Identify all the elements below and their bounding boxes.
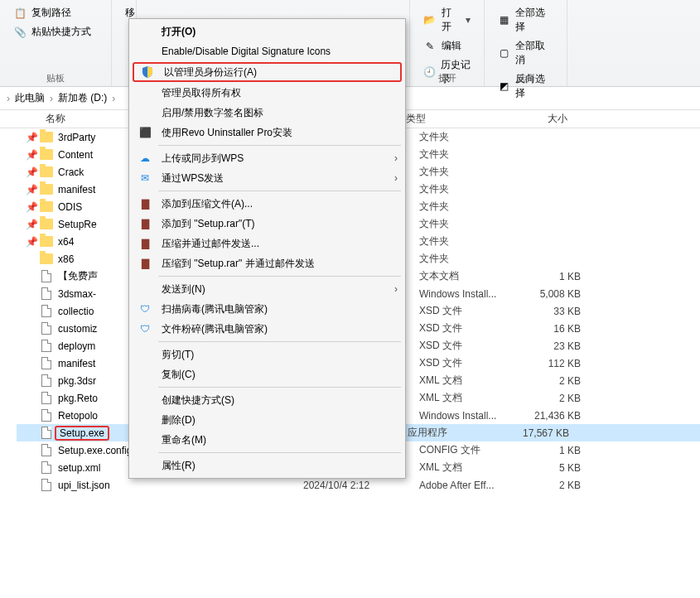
ctx-properties-label: 属性(R) [162, 459, 398, 473]
cloud-icon: ☁ [137, 152, 153, 164]
send-icon: ✉ [137, 172, 153, 184]
file-type: CONFIG 文件 [419, 443, 514, 457]
file-type: 文本文档 [419, 269, 514, 283]
ctx-open[interactable]: 打开(O) [132, 22, 403, 41]
folder-icon [38, 253, 55, 264]
ctx-compress-setup-email[interactable]: ▇压缩到 "Setup.rar" 并通过邮件发送 [132, 253, 403, 273]
ctx-send-to-label: 发送到(N) [162, 282, 386, 297]
file-row[interactable]: upi_list.json2024/10/4 2:12Adobe After E… [17, 476, 700, 494]
ctx-file-shred[interactable]: 🛡文件粉碎(腾讯电脑管家) [132, 319, 403, 339]
folder-icon [38, 132, 55, 142]
ctx-create-shortcut[interactable]: 创建快捷方式(S) [132, 390, 403, 410]
select-all-label: 全部选择 [515, 6, 553, 34]
archive-icon: ▇ [137, 258, 153, 269]
select-all-icon: ▦ [498, 13, 510, 27]
column-size-header[interactable]: 大小 [501, 112, 567, 126]
ctx-run-as-admin[interactable]: 以管理员身份运行(A) [133, 62, 402, 82]
file-type: XSD 文件 [419, 356, 514, 370]
file-type: 应用程序 [408, 426, 503, 440]
ctx-cut[interactable]: 剪切(T) [132, 345, 403, 364]
folder-icon [38, 184, 55, 195]
ctx-copy[interactable]: 复制(C) [132, 364, 403, 384]
column-type-header[interactable]: 类型 [406, 112, 501, 126]
file-icon [38, 444, 55, 456]
ctx-separator [158, 452, 401, 453]
breadcrumb-drive[interactable]: 新加卷 (D:) [58, 91, 107, 105]
paste-shortcut-icon: 📎 [13, 26, 27, 39]
pin-icon: 📌 [25, 132, 38, 143]
ctx-cut-label: 剪切(T) [162, 348, 398, 362]
revo-icon: ⬛ [137, 127, 153, 138]
open-label: 打开 [442, 6, 461, 34]
file-icon [38, 392, 55, 404]
file-size: 112 KB [514, 358, 581, 369]
folder-icon [38, 219, 55, 229]
file-size: 33 KB [514, 306, 581, 317]
ctx-add-setup-rar[interactable]: ▇添加到 "Setup.rar"(T) [132, 214, 403, 234]
ctx-send-to[interactable]: 发送到(N)› [132, 279, 403, 299]
ctx-compress-email-label: 压缩并通过邮件发送... [162, 237, 398, 251]
file-size: 23 KB [514, 340, 581, 352]
file-type: 文件夹 [419, 182, 514, 196]
paste-shortcut-button[interactable]: 📎粘贴快捷方式 [8, 22, 103, 41]
ctx-separator [158, 276, 401, 277]
chevron-right-icon: › [394, 283, 398, 295]
file-name: Setup.exe [55, 426, 109, 441]
file-date: 2024/10/4 2:12 [303, 480, 419, 491]
file-icon [38, 409, 55, 422]
ctx-create-shortcut-label: 创建快捷方式(S) [162, 393, 398, 408]
shield-scan-icon: 🛡 [137, 303, 153, 315]
file-type: XML 文档 [419, 374, 514, 388]
file-type: 文件夹 [419, 252, 514, 266]
file-icon [38, 340, 55, 352]
select-none-button[interactable]: ▢全部取消 [493, 36, 558, 70]
copy-path-icon: 📋 [13, 7, 27, 20]
file-size: 16 KB [514, 323, 581, 335]
ctx-compress-email[interactable]: ▇压缩并通过邮件发送... [132, 234, 403, 253]
ctx-file-shred-label: 文件粉碎(腾讯电脑管家) [162, 322, 398, 336]
chevron-right-icon: › [7, 93, 10, 104]
file-icon [38, 270, 55, 282]
ctx-upload-wps[interactable]: ☁上传或同步到WPS› [132, 148, 403, 168]
breadcrumb-pc[interactable]: 此电脑 [15, 91, 45, 105]
file-icon [38, 427, 55, 439]
ctx-revo[interactable]: ⬛使用Revo Uninstaller Pro安装 [132, 123, 403, 142]
file-type: XML 文档 [419, 391, 514, 405]
file-type: 文件夹 [419, 217, 514, 231]
file-icon [38, 479, 55, 491]
file-icon [38, 322, 55, 335]
file-size: 21,436 KB [514, 410, 581, 422]
ctx-properties[interactable]: 属性(R) [132, 456, 403, 475]
ctx-separator [158, 190, 401, 191]
ctx-signature-icons[interactable]: Enable/Disable Digital Signature Icons [132, 41, 403, 61]
ctx-scan-virus[interactable]: 🛡扫描病毒(腾讯电脑管家) [132, 299, 403, 319]
pin-icon: 📌 [25, 184, 38, 195]
file-type: Adobe After Eff... [419, 480, 514, 491]
pin-icon: 📌 [25, 166, 38, 178]
folder-icon [38, 236, 55, 247]
select-all-button[interactable]: ▦全部选择 [493, 3, 558, 36]
file-type: Windows Install... [419, 410, 514, 422]
select-none-label: 全部取消 [515, 39, 553, 67]
file-size: 2 KB [514, 480, 581, 491]
ctx-send-wps[interactable]: ✉通过WPS发送› [132, 168, 403, 188]
ctx-compress-setup-email-label: 压缩到 "Setup.rar" 并通过邮件发送 [162, 257, 398, 271]
open-button[interactable]: 📂打开▾ [418, 3, 476, 36]
pin-icon: 📌 [25, 201, 38, 213]
ctx-toggle-sig[interactable]: 启用/禁用数字签名图标 [132, 103, 403, 123]
ctx-upload-wps-label: 上传或同步到WPS [162, 152, 386, 166]
ctx-add-archive[interactable]: ▇添加到压缩文件(A)... [132, 194, 403, 214]
pin-icon: 📌 [25, 149, 38, 161]
ctx-rename[interactable]: 重命名(M) [132, 430, 403, 450]
copy-path-button[interactable]: 📋复制路径 [8, 3, 103, 22]
file-type: 文件夹 [419, 147, 514, 162]
copy-path-label: 复制路径 [31, 6, 71, 20]
ctx-send-wps-label: 通过WPS发送 [162, 171, 386, 186]
ctx-delete[interactable]: 删除(D) [132, 410, 403, 430]
ctx-admin-owner[interactable]: 管理员取得所有权 [132, 83, 403, 103]
file-icon [38, 461, 55, 474]
ctx-delete-label: 删除(D) [162, 413, 398, 427]
ctx-revo-label: 使用Revo Uninstaller Pro安装 [162, 126, 398, 140]
folder-icon [38, 166, 55, 177]
edit-button[interactable]: ✎编辑 [418, 36, 476, 55]
